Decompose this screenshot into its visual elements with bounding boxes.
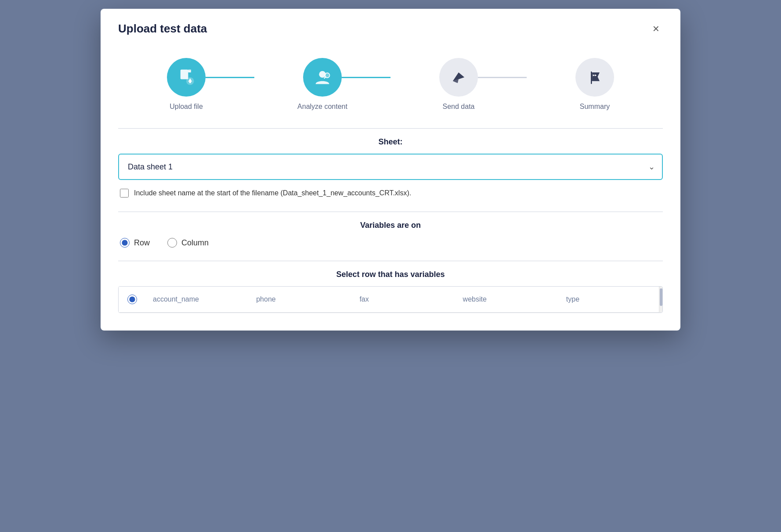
step-summary: Summary [527,58,663,111]
line-before-2 [254,77,303,78]
file-upload-icon [177,68,196,87]
step-label-summary: Summary [580,103,610,111]
select-row-section: Select row that has variables account_na… [118,261,663,313]
line-after-4 [614,77,663,78]
sheet-divider [118,128,663,129]
step-send-data: Send data [390,58,527,111]
row-radio-cell [119,287,146,312]
flag-icon [585,68,604,87]
cell-fax: fax [352,295,456,303]
svg-rect-2 [188,69,191,72]
modal-content: Sheet: Data sheet 1 Data sheet 2 Data sh… [101,128,680,331]
line-after-2 [342,77,390,78]
cell-phone: phone [249,295,352,303]
analyze-icon [313,68,332,87]
upload-test-data-modal: Upload test data × [101,9,680,331]
scrollbar[interactable] [659,287,662,313]
step-label-upload: Upload file [170,103,203,111]
step-upload-file: Upload file [118,58,254,111]
svg-marker-9 [453,72,464,81]
variables-section: Variables are on Row Column [118,212,663,248]
line-before-1 [118,77,167,78]
step-circle-upload [167,58,206,97]
svg-rect-0 [181,69,188,79]
radio-column-label: Column [181,238,209,248]
step-circle-send [439,58,478,97]
sheet-select[interactable]: Data sheet 1 Data sheet 2 Data sheet 3 [118,154,663,180]
svg-line-8 [324,77,325,78]
cell-website: website [456,295,559,303]
cell-type: type [559,295,662,303]
step-circle-row-1 [118,58,254,97]
table-row: account_name phone fax website type [119,287,662,313]
step-analyze-content: Analyze content [254,58,390,111]
select-row-label: Select row that has variables [118,270,663,279]
modal-header: Upload test data × [101,9,680,45]
checkbox-row: Include sheet name at the start of the f… [118,188,663,198]
sheet-select-wrapper: Data sheet 1 Data sheet 2 Data sheet 3 ⌄ [118,154,663,180]
step-label-analyze: Analyze content [297,103,347,111]
send-icon [449,68,468,87]
row-select-radio[interactable] [127,295,137,304]
step-label-send: Send data [443,103,475,111]
stepper-items: Upload file [118,58,663,111]
variables-label: Variables are on [118,221,663,230]
line-before-3 [390,77,439,78]
step-circle-row-3 [390,58,527,97]
data-table-wrapper: account_name phone fax website type [118,286,663,313]
step-circle-row-4 [527,58,663,97]
svg-rect-11 [591,72,592,84]
sheet-section-label: Sheet: [118,137,663,147]
step-circle-summary [575,58,614,97]
cell-account-name: account_name [146,295,249,303]
sheet-name-checkbox[interactable] [120,189,129,198]
variables-radio-row: Row Column [118,238,663,248]
scrollbar-thumb [660,288,662,306]
svg-rect-5 [189,82,191,83]
checkbox-label: Include sheet name at the start of the f… [134,188,411,198]
radio-row-input[interactable] [120,238,130,248]
step-circle-row-2 [254,58,390,97]
radio-row-label: Row [134,238,150,248]
modal-title: Upload test data [118,22,207,36]
row-cells: account_name phone fax website type [146,288,662,311]
line-before-4 [527,77,575,78]
line-after-3 [478,77,527,78]
radio-option-row[interactable]: Row [120,238,150,248]
stepper: Upload file [101,45,680,128]
radio-column-input[interactable] [167,238,177,248]
line-after-1 [206,77,254,78]
radio-option-column[interactable]: Column [167,238,209,248]
step-circle-analyze [303,58,342,97]
close-button[interactable]: × [649,21,663,36]
